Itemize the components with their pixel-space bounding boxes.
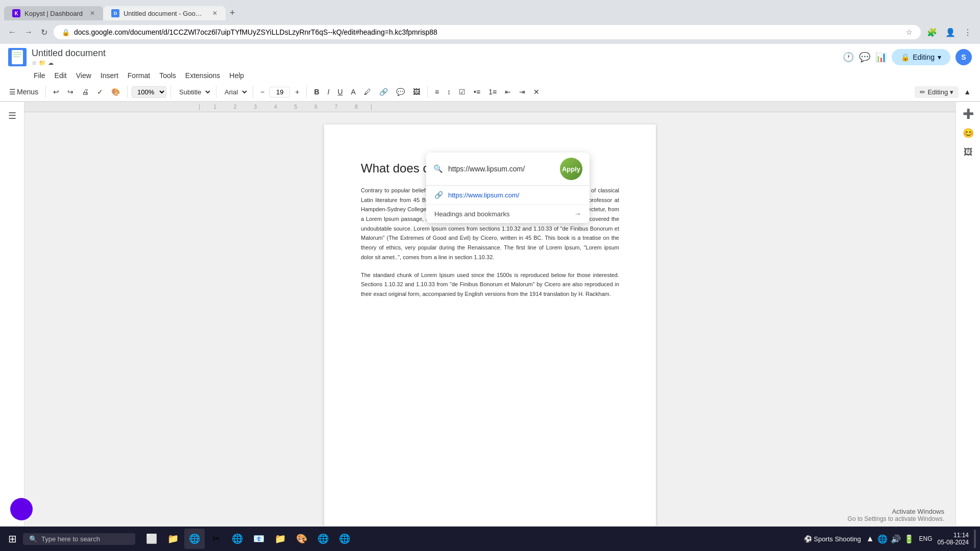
snip-icon: ✂ [212,533,220,544]
reload-button[interactable]: ↻ [39,26,50,39]
tab-kopyst[interactable]: K Kopyst | Dashboard ✕ [4,6,103,20]
menu-insert[interactable]: Insert [96,69,122,82]
editing-button[interactable]: ✏ Editing ▾ [915,86,959,98]
address-bar-row: ← → ↻ 🔒 ☆ 🧩 👤 ⋮ [0,20,980,44]
separator-6 [306,86,307,98]
pencil-icon: ✏ [920,88,925,96]
browser1-icon: 🌐 [317,533,329,544]
kopyst-circle-button[interactable] [10,498,33,520]
taskbar-app-browser2[interactable]: 🌐 [334,529,355,549]
text-color-button[interactable]: A [348,86,359,98]
taskbar-app-office[interactable]: 🎨 [291,529,312,549]
show-desktop-button[interactable] [974,530,976,548]
taskbar-app-email[interactable]: 📧 [249,529,269,549]
collapse-button[interactable]: ▲ [961,86,974,98]
style-select[interactable]: Subtitle [175,87,212,97]
clear-format-button[interactable]: ✕ [530,86,543,98]
menu-file[interactable]: File [30,69,50,82]
task-view-icon: ⬜ [146,533,157,544]
italic-button[interactable]: I [325,86,333,98]
menu-extensions[interactable]: Extensions [181,69,224,82]
image-button[interactable]: 🖼 [410,86,423,98]
emoji-icon[interactable]: 😊 [963,128,974,139]
font-size-decrease[interactable]: − [257,86,267,98]
taskbar-app-folder[interactable]: 📁 [270,529,290,549]
link-input[interactable] [448,165,555,173]
font-select[interactable]: Arial [220,87,249,97]
line-spacing-button[interactable]: ↕ [444,86,454,98]
numbered-list-button[interactable]: 1≡ [485,86,500,98]
print-button[interactable]: 🖨 [79,86,92,98]
checklist-button[interactable]: ☑ [456,86,469,98]
address-input[interactable] [74,28,902,36]
files-icon: 📁 [167,533,179,544]
undo-button[interactable]: ↩ [50,86,62,98]
link-button[interactable]: 🔗 [376,86,391,98]
paint-format-button[interactable]: 🎨 [108,86,123,98]
profile-button[interactable]: 👤 [943,26,958,39]
taskbar-app-task-view[interactable]: ⬜ [141,529,162,549]
chevron-up-icon[interactable]: ▲ [866,534,874,544]
doc-title-area: Untitled document ☆ 📁 ☁ [32,48,106,66]
comments-button[interactable]: 💬 [859,52,870,63]
bookmark-icon[interactable]: ☆ [906,28,913,36]
tab-docs-close[interactable]: ✕ [212,10,217,17]
comment-button[interactable]: 💬 [393,86,408,98]
highlight-button[interactable]: 🖊 [361,86,374,98]
forward-button[interactable]: → [22,26,35,39]
tab-docs[interactable]: D Untitled document - Google D... ✕ [103,6,226,20]
add-icon[interactable]: ➕ [963,108,974,119]
menu-button[interactable]: ⋮ [962,26,974,39]
user-avatar[interactable]: S [955,49,972,65]
office-icon: 🎨 [296,533,307,544]
start-button[interactable]: ⊞ [4,531,21,547]
star-icon[interactable]: ☆ [32,60,37,66]
separator-7 [427,86,428,98]
redo-button[interactable]: ↪ [64,86,77,98]
menu-tools[interactable]: Tools [155,69,180,82]
apply-button[interactable]: Apply [560,158,582,180]
back-button[interactable]: ← [6,26,18,39]
headings-row[interactable]: Headings and bookmarks → [426,204,590,223]
share-button[interactable]: 🔒 Editing ▾ [892,49,950,65]
taskbar-search[interactable]: 🔍 Type here to search [23,533,135,545]
menu-format[interactable]: Format [124,69,154,82]
volume-icon[interactable]: 🔊 [891,534,901,544]
taskbar-app-snip[interactable]: ✂ [206,529,226,549]
doc-title-text[interactable]: Untitled document [32,48,106,58]
bold-button[interactable]: B [311,86,322,98]
menu-help[interactable]: Help [225,69,248,82]
decrease-indent-button[interactable]: ⇤ [502,86,514,98]
history-button[interactable]: 🕐 [843,52,854,63]
image-right-icon[interactable]: 🖼 [964,147,973,158]
font-size-increase[interactable]: + [292,86,302,98]
menus-button[interactable]: ☰ Menus [6,86,41,98]
increase-indent-button[interactable]: ⇥ [516,86,528,98]
folder-icon[interactable]: 📁 [39,60,46,66]
battery-icon[interactable]: 🔋 [904,534,914,544]
link-icon: 🔗 [434,191,443,199]
new-tab-button[interactable]: + [226,6,239,20]
link-suggestion-row[interactable]: 🔗 https://www.lipsum.com/ [426,186,590,204]
extensions-button[interactable]: 🧩 [925,26,939,39]
align-button[interactable]: ≡ [432,86,442,98]
taskbar-app-chrome[interactable]: 🌐 [184,529,205,549]
menu-edit[interactable]: Edit [51,69,71,82]
menu-view[interactable]: View [72,69,95,82]
spellcheck-button[interactable]: ✓ [94,86,106,98]
zoom-select[interactable]: 100% [132,86,166,98]
underline-button[interactable]: U [334,86,346,98]
font-size-input[interactable] [270,87,290,97]
apply-label: Apply [562,165,580,173]
cloud-icon[interactable]: ☁ [48,60,54,66]
network-icon[interactable]: 🌐 [877,534,888,544]
taskbar-app-edge[interactable]: 🌐 [227,529,248,549]
document-scroll-area[interactable]: What does can from ? Contrary to popular… [24,112,955,526]
tab-kopyst-close[interactable]: ✕ [90,10,95,17]
taskbar-app-files[interactable]: 📁 [163,529,183,549]
present-button[interactable]: 📊 [875,52,887,63]
bullet-list-button[interactable]: •≡ [471,86,483,98]
language-label: ENG [919,535,933,542]
taskbar-app-browser1[interactable]: 🌐 [313,529,333,549]
outline-icon[interactable]: ☰ [8,110,16,121]
